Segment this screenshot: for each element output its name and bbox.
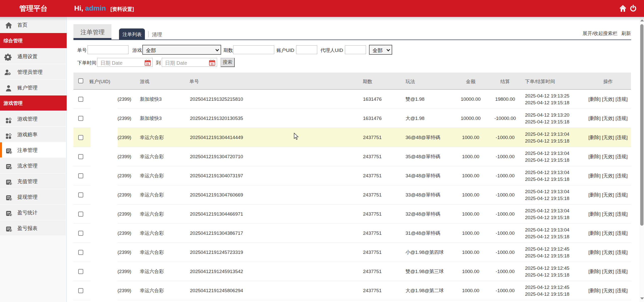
svg-text:31: 31 <box>211 62 214 65</box>
svg-text:31: 31 <box>146 62 149 65</box>
